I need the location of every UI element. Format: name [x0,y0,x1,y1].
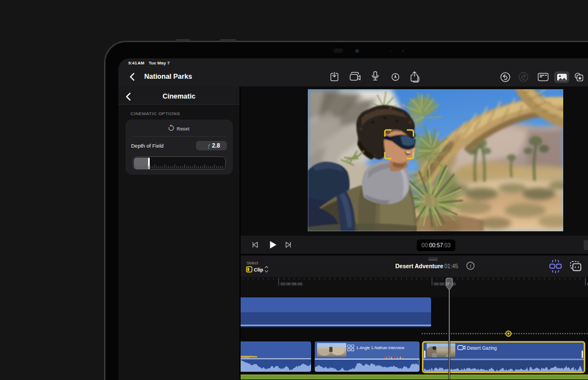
svg-text:Desert Gazing: Desert Gazing [467,345,497,351]
svg-text:1-Angle 1-Nathan Interview: 1-Angle 1-Nathan Interview [356,345,405,350]
svg-text:7: 7 [447,281,449,286]
svg-text:00:00:56:00: 00:00:56:00 [281,281,303,286]
svg-text:i: i [470,263,471,269]
